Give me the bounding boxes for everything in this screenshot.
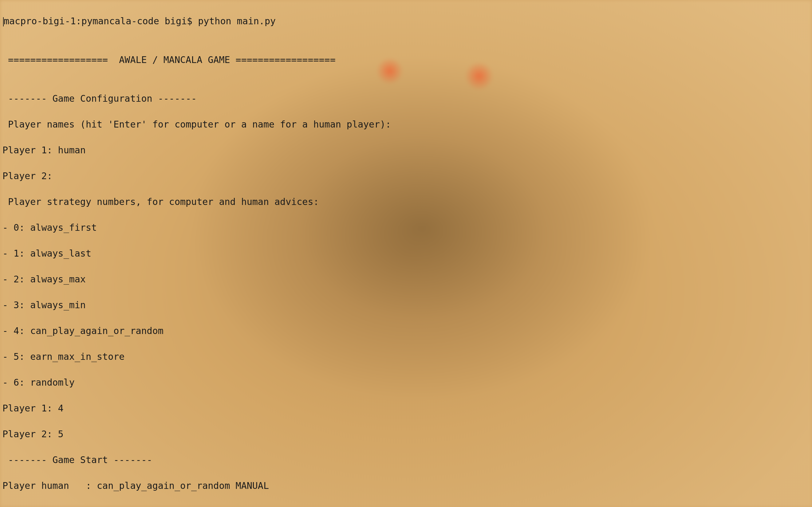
strategy-option: - 2: always_max xyxy=(2,273,810,286)
strategy-option: - 5: earn_max_in_store xyxy=(2,350,810,363)
config-header: ------- Game Configuration ------- xyxy=(2,92,810,105)
player-names-prompt: Player names (hit 'Enter' for computer o… xyxy=(2,118,810,131)
player2-summary: Player computer: earn_max_in_store AUTO xyxy=(2,505,810,507)
player1-strategy-line: Player 1: 4 xyxy=(2,402,810,415)
strategy-option: - 4: can_play_again_or_random xyxy=(2,325,810,337)
game-title: ================== AWALE / MANCALA GAME … xyxy=(2,53,810,66)
strategy-prompt: Player strategy numbers, for computer an… xyxy=(2,195,810,208)
strategy-option: - 6: randomly xyxy=(2,376,810,389)
shell-prompt-line: macpro-bigi-1:pymancala-code bigi$ pytho… xyxy=(2,15,810,27)
strategy-option: - 3: always_min xyxy=(2,299,810,312)
strategy-option: - 1: always_last xyxy=(2,247,810,260)
strategy-option: - 0: always_first xyxy=(2,221,810,234)
player2-name-line: Player 2: xyxy=(2,170,810,182)
player1-summary: Player human : can_play_again_or_random … xyxy=(2,480,810,492)
start-header: ------- Game Start ------- xyxy=(2,454,810,466)
terminal-window[interactable]: macpro-bigi-1:pymancala-code bigi$ pytho… xyxy=(0,0,812,507)
player1-name-line: Player 1: human xyxy=(2,144,810,157)
shell-prompt: macpro-bigi-1:pymancala-code bigi$ xyxy=(4,16,198,26)
shell-command: python main.py xyxy=(198,16,276,26)
player2-strategy-line: Player 2: 5 xyxy=(2,428,810,441)
